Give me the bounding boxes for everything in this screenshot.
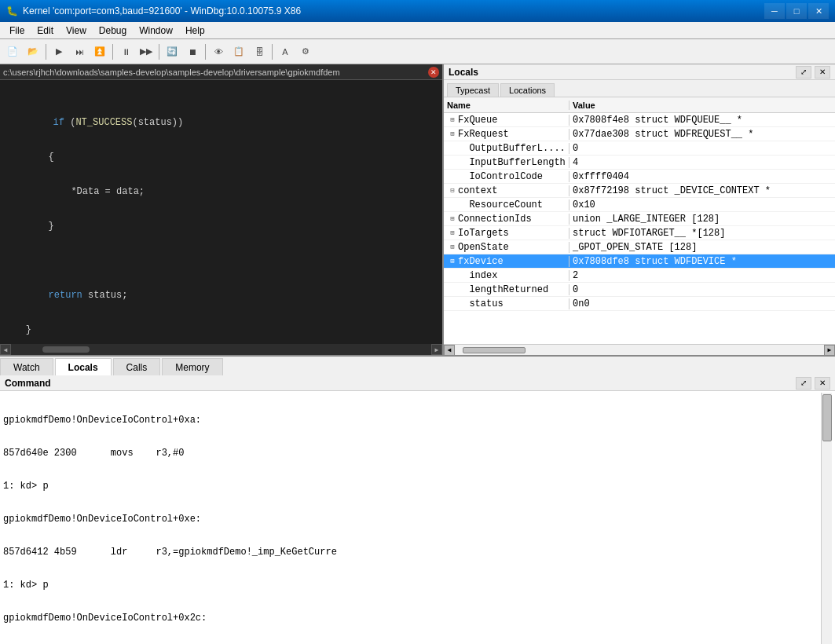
code-panel-close[interactable]: ✕: [428, 67, 439, 78]
locals-tabs: Typecast Locations: [444, 80, 835, 97]
toolbar-stepover[interactable]: ⏭: [70, 42, 89, 61]
expand-openstate[interactable]: ⊞: [447, 243, 458, 251]
expand-context[interactable]: ⊟: [447, 186, 458, 195]
toolbar-sep-4: [205, 44, 206, 60]
tab-locals[interactable]: Locals: [55, 358, 112, 375]
toolbar-settings[interactable]: ⚙: [296, 42, 315, 61]
menu-file[interactable]: File: [3, 24, 31, 38]
code-line: *Data = data;: [0, 185, 442, 198]
code-line: return status;: [0, 289, 442, 302]
toolbar-sep-5: [272, 44, 273, 60]
close-button[interactable]: ✕: [808, 3, 829, 19]
expand-iotargets[interactable]: ⊞: [447, 229, 458, 237]
code-pane: c:\users\rjhch\downloads\samples-develop…: [0, 64, 442, 355]
code-hscrollbar[interactable]: ◀ ▶: [0, 344, 442, 355]
code-line: [0, 254, 442, 267]
code-content[interactable]: if (NT_SUCCESS(status)) { *Data = data; …: [0, 80, 442, 344]
locals-expand-btn[interactable]: ⤢: [796, 66, 811, 79]
scroll-right-btn[interactable]: ▶: [431, 344, 442, 355]
toolbar-mem[interactable]: 🗄: [250, 42, 269, 61]
local-row-connectionids[interactable]: ⊞ ConnectionIds union _LARGE_INTEGER [12…: [444, 212, 835, 226]
toolbar-break[interactable]: ⏸: [116, 42, 135, 61]
toolbar-go[interactable]: ▶▶: [137, 42, 156, 61]
local-row-inputbuf[interactable]: InputBufferLength 4: [444, 156, 835, 170]
locals-titlebar: Locals ⤢ ✕: [444, 64, 835, 80]
toolbar-stepout[interactable]: ⏫: [90, 42, 109, 61]
col-value-header: Value: [569, 101, 835, 110]
menu-debug[interactable]: Debug: [93, 24, 133, 38]
breadcrumb-bar: c:\users\rjhch\downloads\samples-develop…: [0, 64, 442, 80]
local-row-context[interactable]: ⊟ context 0x87f72198 struct _DEVICE_CONT…: [444, 184, 835, 198]
command-titlebar: Command ⤢ ✕: [0, 375, 835, 391]
toolbar-open[interactable]: 📂: [24, 42, 42, 61]
cmd-scroll-thumb[interactable]: [822, 394, 832, 441]
locals-hscrollbar[interactable]: ◀ ▶: [444, 344, 835, 355]
locals-scroll-left[interactable]: ◀: [444, 345, 455, 356]
code-line: {: [0, 151, 442, 163]
code-editor[interactable]: if (NT_SUCCESS(status)) { *Data = data; …: [0, 80, 442, 344]
local-row-fxdevice[interactable]: ⊞ fxDevice 0x7808dfe8 struct WDFDEVICE *: [444, 254, 835, 269]
locals-panel: Locals ⤢ ✕ Typecast Locations Name Value: [442, 64, 835, 355]
local-row-iotargets[interactable]: ⊞ IoTargets struct WDFIOTARGET__ *[128]: [444, 226, 835, 240]
col-name-header: Name: [444, 101, 569, 110]
cmd-close-btn[interactable]: ✕: [815, 377, 830, 390]
command-title: Command: [5, 378, 51, 389]
breadcrumb: c:\users\rjhch\downloads\samples-develop…: [3, 68, 340, 77]
window-title: Kernel 'com:port=com3,baud=921600' - Win…: [23, 5, 301, 16]
local-row-outputbuf[interactable]: OutputBufferL.... 0: [444, 141, 835, 156]
tab-watch[interactable]: Watch: [0, 358, 53, 375]
maximize-button[interactable]: □: [786, 3, 807, 19]
expand-fxqueue[interactable]: ⊞: [447, 115, 458, 124]
toolbar-new[interactable]: 📄: [3, 42, 22, 61]
toolbar-locals[interactable]: 📋: [229, 42, 248, 61]
menu-edit[interactable]: Edit: [31, 24, 60, 38]
toolbar-sep-3: [159, 44, 159, 60]
tab-typecast[interactable]: Typecast: [447, 83, 499, 97]
toolbar-restart[interactable]: 🔄: [163, 42, 181, 61]
locals-scroll-area[interactable]: ⊞ FxQueue 0x7808f4e8 struct WDFQUEUE__ *…: [444, 113, 835, 355]
toolbar-font[interactable]: A: [276, 42, 295, 61]
toolbar-sep-2: [112, 44, 113, 60]
toolbar: 📄 📂 ▶ ⏭ ⏫ ⏸ ▶▶ 🔄 ⏹ 👁 📋 🗄 A ⚙: [0, 39, 835, 64]
local-row-resourcecount[interactable]: ResourceCount 0x10: [444, 198, 835, 212]
code-line: }: [0, 220, 442, 232]
tab-locations[interactable]: Locations: [500, 83, 555, 97]
locals-scroll-right[interactable]: ▶: [824, 345, 835, 356]
menu-help[interactable]: Help: [179, 24, 211, 38]
command-vscrollbar[interactable]: [821, 393, 832, 644]
code-line: if (NT_SUCCESS(status)): [0, 116, 442, 129]
tab-memory[interactable]: Memory: [162, 358, 222, 375]
expand-connids[interactable]: ⊞: [447, 214, 458, 223]
expand-fxdevice[interactable]: ⊞: [447, 257, 458, 265]
local-row-status[interactable]: status 0n0: [444, 297, 835, 311]
menu-window[interactable]: Window: [133, 24, 179, 38]
toolbar-sep-1: [46, 44, 46, 60]
command-text: gpiokmdfDemo!OnDeviceIoControl+0xa: 857d…: [3, 393, 821, 644]
window-controls: ─ □ ✕: [764, 3, 829, 19]
local-row-lengthret[interactable]: lengthReturned 0: [444, 283, 835, 297]
local-row-openstate[interactable]: ⊞ OpenState _GPOT_OPEN_STATE [128]: [444, 240, 835, 254]
cmd-expand-btn[interactable]: ⤢: [796, 377, 811, 390]
toolbar-watch[interactable]: 👁: [209, 42, 228, 61]
local-row-fxqueue[interactable]: ⊞ FxQueue 0x7808f4e8 struct WDFQUEUE__ *: [444, 113, 835, 127]
command-output: gpiokmdfDemo!OnDeviceIoControl+0xa: 857d…: [0, 391, 835, 644]
scroll-left-btn[interactable]: ◀: [0, 344, 11, 355]
workspace: c:\users\rjhch\downloads\samples-develop…: [0, 64, 835, 644]
local-row-fxrequest[interactable]: ⊞ FxRequest 0x77dae308 struct WDFREQUEST…: [444, 127, 835, 141]
title-bar: 🐛 Kernel 'com:port=com3,baud=921600' - W…: [0, 0, 835, 22]
toolbar-stop[interactable]: ⏹: [183, 42, 202, 61]
minimize-button[interactable]: ─: [764, 3, 785, 19]
command-area: Command ⤢ ✕ gpiokmdfDemo!OnDeviceIoContr…: [0, 375, 835, 644]
toolbar-step[interactable]: ▶: [49, 42, 68, 61]
menu-view[interactable]: View: [60, 24, 93, 38]
locals-close-btn[interactable]: ✕: [815, 66, 830, 79]
local-row-iocontrol[interactable]: IoControlCode 0xffff0404: [444, 170, 835, 184]
expand-fxrequest[interactable]: ⊞: [447, 130, 458, 138]
menu-bar: File Edit View Debug Window Help: [0, 22, 835, 39]
locals-title: Locals: [449, 67, 478, 78]
tab-calls[interactable]: Calls: [113, 358, 161, 375]
h-pane: c:\users\rjhch\downloads\samples-develop…: [0, 64, 835, 355]
local-row-index[interactable]: index 2: [444, 269, 835, 283]
app-icon: 🐛: [6, 5, 18, 16]
locals-rows: ⊞ FxQueue 0x7808f4e8 struct WDFQUEUE__ *…: [444, 113, 835, 344]
